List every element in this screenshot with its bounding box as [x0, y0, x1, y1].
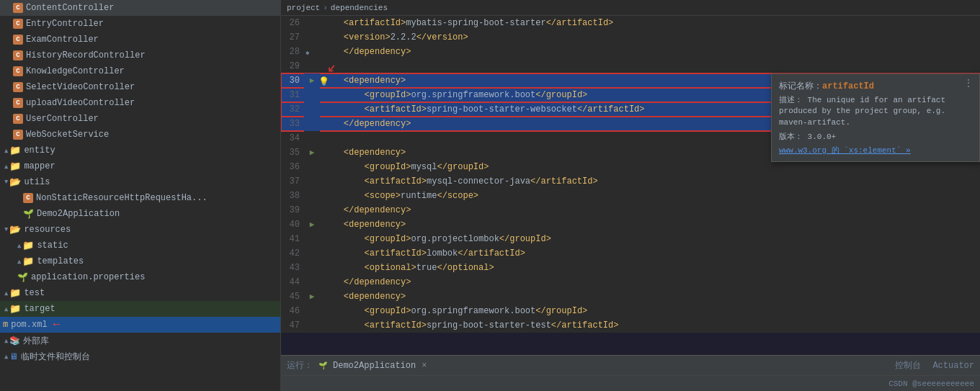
sidebar-label: utils — [24, 177, 50, 187]
class-icon: C — [13, 66, 23, 76]
gutter-cell: ▶ — [304, 145, 320, 160]
sidebar-label: SelectVideoController — [26, 82, 135, 92]
sidebar-item-upload-video-controller[interactable]: C uploadVideoController — [0, 95, 280, 111]
tooltip-description: 描述： The unique id for an artifact produc… — [779, 95, 972, 128]
code-content: <artifactId>lombok</artifactId> — [320, 246, 980, 261]
sidebar-item-mapper[interactable]: ▶ 📁 mapper — [0, 158, 280, 174]
code-content: </dependency> — [320, 203, 980, 217]
sidebar-item-test[interactable]: ▶ 📁 test — [0, 285, 280, 301]
run-app-name[interactable]: Demo2Application — [333, 361, 416, 371]
gutter-cell: ◆ — [304, 45, 320, 59]
sidebar-item-resources[interactable]: ▼ 📂 resources — [0, 222, 280, 238]
class-icon: C — [13, 114, 23, 124]
code-content: <optional>true</optional> — [320, 261, 980, 275]
sidebar-label: application.properties — [31, 272, 145, 282]
code-content: <version>2.2.2</version> — [320, 30, 980, 45]
tooltip-version-label: 版本： — [779, 132, 803, 141]
run-icon[interactable]: ▶ — [310, 289, 315, 304]
tooltip-link[interactable]: www.w3.org 的 `xs:element` » — [779, 146, 911, 155]
sidebar-item-exam-controller[interactable]: C ExamController — [0, 32, 280, 48]
sidebar-label: mapper — [24, 161, 55, 171]
sidebar: C ContentController C EntryController C … — [0, 0, 281, 391]
breadcrumb: project › dependencies — [281, 0, 980, 16]
class-icon: C — [13, 50, 23, 60]
code-content — [320, 59, 980, 73]
sidebar-item-demo2-app[interactable]: 🌱 Demo2Application — [0, 206, 280, 222]
gutter-cell — [304, 275, 320, 289]
run-icon[interactable]: ▶ — [310, 145, 315, 160]
gutter-cell: ▶ — [304, 289, 320, 304]
sidebar-item-pom-xml[interactable]: m pom.xml ← — [0, 317, 280, 333]
line-number: 30 — [281, 73, 304, 88]
class-icon: C — [13, 82, 23, 92]
code-line-40: 40 ▶ <dependency> — [281, 217, 980, 232]
folder-arrow-icon: ▼ — [4, 226, 8, 233]
code-line-47: 47 <artifactId>spring-boot-starter-test<… — [281, 318, 980, 333]
sidebar-item-temp-console[interactable]: ▶ 🖥 临时文件和控制台 — [0, 349, 280, 364]
tooltip-menu-icon[interactable]: ⋮ — [963, 77, 974, 89]
gutter-cell — [304, 246, 320, 261]
line-number: 29 — [281, 59, 304, 73]
gutter-cell — [304, 131, 320, 145]
folder-icon: 📁 — [22, 240, 34, 251]
run-icon[interactable]: ▶ — [310, 217, 315, 232]
folder-icon: 📁 — [22, 256, 34, 267]
line-number: 31 — [281, 88, 304, 102]
sidebar-item-utils[interactable]: ▼ 📂 utils — [0, 174, 280, 190]
code-line-28: 28 ◆ </dependency> — [281, 45, 980, 59]
actuator-label[interactable]: Actuator — [932, 361, 974, 371]
gutter-cell — [304, 102, 320, 117]
sidebar-item-entity[interactable]: ▶ 📁 entity — [0, 143, 280, 158]
class-icon: C — [13, 35, 23, 45]
class-icon: C — [13, 130, 23, 140]
code-content: <groupId>org.projectlombok</groupId> — [320, 232, 980, 246]
sidebar-item-non-static[interactable]: C NonStaticResourceHttpRequestHa... — [0, 190, 280, 206]
sidebar-item-entry-controller[interactable]: C EntryController — [0, 16, 280, 32]
sidebar-item-static[interactable]: ▶ 📁 static — [0, 238, 280, 253]
gutter-cell — [304, 318, 320, 333]
sidebar-item-history-controller[interactable]: C HistoryRecordController — [0, 48, 280, 63]
code-content: </dependency> — [320, 275, 980, 289]
folder-arrow-icon: ▶ — [2, 164, 10, 168]
sidebar-label: HistoryRecordController — [26, 50, 146, 60]
line-number: 46 — [281, 304, 304, 318]
line-number: 47 — [281, 318, 304, 333]
sidebar-item-target[interactable]: ▶ 📁 target — [0, 301, 280, 317]
red-arrow-icon: ← — [53, 318, 61, 331]
code-content: <scope>runtime</scope> — [320, 189, 980, 203]
code-line-26: 26 <artifactId>mybatis-spring-boot-start… — [281, 16, 980, 30]
line-number: 28 — [281, 45, 304, 59]
line-number: 41 — [281, 232, 304, 246]
run-close-button[interactable]: × — [422, 361, 427, 371]
folder-icon: 📁 — [9, 287, 21, 299]
sidebar-item-user-controller[interactable]: C UserController — [0, 111, 280, 127]
tooltip-popup: ⋮ 标记名称：artifactId 描述： The unique id for … — [771, 73, 980, 162]
class-icon: C — [23, 193, 33, 203]
code-line-42: 42 <artifactId>lombok</artifactId> — [281, 246, 980, 261]
folder-open-icon: 📂 — [9, 224, 21, 235]
temp-icon: 🖥 — [9, 351, 18, 362]
gutter-cell — [304, 304, 320, 318]
sidebar-item-application-props[interactable]: 🌱 application.properties — [0, 269, 280, 285]
sidebar-item-websocket-service[interactable]: C WebSocketService — [0, 127, 280, 143]
sidebar-item-templates[interactable]: ▶ 📁 templates — [0, 253, 280, 269]
xml-file-icon: m — [3, 320, 8, 330]
folder-icon: 📁 — [9, 161, 21, 172]
run-icon[interactable]: ▶ — [310, 73, 315, 88]
bottom-run-bar: 运行： 🌱 Demo2Application × 控制台 Actuator — [281, 355, 980, 375]
folder-arrow-icon: ▼ — [4, 179, 8, 186]
bookmark-icon: ◆ — [306, 46, 309, 60]
code-editor[interactable]: 26 <artifactId>mybatis-spring-boot-start… — [281, 16, 980, 355]
sidebar-item-external-lib[interactable]: ▶ 📚 外部库 — [0, 333, 280, 349]
sidebar-label: 外部库 — [23, 335, 49, 347]
line-number: 43 — [281, 261, 304, 275]
sidebar-label: ExamController — [26, 35, 99, 45]
status-console[interactable]: 控制台 — [895, 359, 921, 372]
sidebar-label: NonStaticResourceHttpRequestHa... — [36, 193, 208, 203]
sidebar-item-content-controller[interactable]: C ContentController — [0, 0, 280, 16]
sidebar-item-select-video-controller[interactable]: C SelectVideoController — [0, 79, 280, 95]
status-bar: CSDN @seeeeeeeeeee — [281, 375, 980, 391]
tooltip-title: 标记名称：artifactId — [779, 80, 972, 92]
code-content: <dependency> — [320, 289, 980, 304]
sidebar-item-knowledge-controller[interactable]: C KnowledgeController — [0, 63, 280, 79]
